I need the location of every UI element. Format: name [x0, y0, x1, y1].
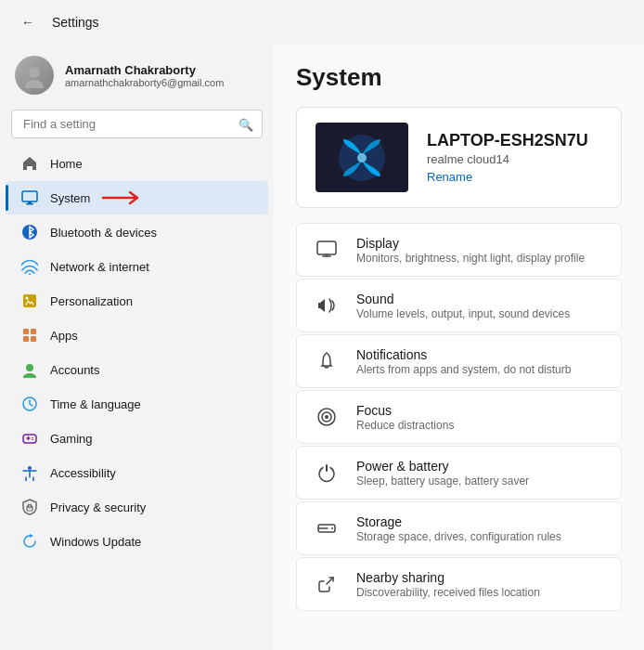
settings-title-focus: Focus [356, 403, 454, 418]
settings-item-display[interactable]: DisplayMonitors, brightness, night light… [296, 223, 622, 277]
sidebar-item-system[interactable]: System [6, 181, 268, 214]
settings-title-nearby: Nearby sharing [356, 570, 540, 585]
apps-icon [20, 326, 39, 344]
sidebar-item-label-personalization: Personalization [50, 294, 133, 308]
sidebar-item-label-privacy: Privacy & security [50, 500, 146, 514]
sidebar-item-apps[interactable]: Apps [6, 318, 268, 352]
svg-point-23 [357, 153, 367, 162]
nearby-settings-icon [312, 569, 341, 599]
display-settings-icon [312, 235, 341, 265]
settings-item-notifications[interactable]: NotificationsAlerts from apps and system… [296, 334, 622, 388]
svg-rect-10 [31, 329, 36, 334]
system-icon [20, 188, 39, 207]
sidebar-item-time[interactable]: Time & language [6, 387, 268, 421]
device-name: LAPTOP-ESH2SN7U [427, 131, 588, 150]
device-thumbnail [316, 123, 408, 192]
settings-desc-notifications: Alerts from apps and system, do not dist… [356, 363, 571, 376]
sidebar-item-personalization[interactable]: Personalization [6, 284, 268, 318]
search-box: 🔍 [11, 110, 263, 138]
sidebar-item-label-gaming: Gaming [50, 432, 93, 446]
sidebar-item-home[interactable]: Home [6, 147, 268, 180]
settings-item-focus[interactable]: FocusReduce distractions [296, 390, 622, 444]
gaming-icon [20, 429, 39, 448]
settings-text-nearby: Nearby sharingDiscoverability, received … [356, 570, 540, 599]
settings-desc-focus: Reduce distractions [356, 419, 454, 432]
settings-title-notifications: Notifications [356, 347, 571, 362]
settings-item-storage[interactable]: StorageStorage space, drives, configurat… [296, 501, 622, 555]
sidebar-item-label-time: Time & language [50, 397, 141, 411]
user-email: amarnathchakraborty6@gmail.com [65, 77, 224, 88]
sidebar-item-label-accessibility: Accessibility [50, 466, 116, 480]
sidebar-item-label-bluetooth: Bluetooth & devices [50, 226, 157, 240]
settings-item-power[interactable]: Power & batterySleep, battery usage, bat… [296, 446, 622, 500]
settings-item-sound[interactable]: SoundVolume levels, output, input, sound… [296, 279, 622, 332]
rename-link[interactable]: Rename [427, 170, 472, 184]
personalization-icon [20, 292, 39, 310]
sidebar-item-gaming[interactable]: Gaming [6, 422, 268, 455]
svg-point-27 [325, 415, 328, 419]
svg-point-19 [28, 466, 32, 470]
back-button[interactable]: ← [15, 9, 41, 35]
sidebar-item-bluetooth[interactable]: Bluetooth & devices [6, 215, 268, 249]
update-icon [20, 532, 39, 551]
network-icon [20, 257, 39, 276]
bluetooth-icon [20, 223, 39, 241]
sidebar-item-label-network: Network & internet [50, 260, 149, 274]
sidebar-item-label-accounts: Accounts [50, 363, 99, 377]
svg-point-6 [29, 273, 31, 275]
settings-text-focus: FocusReduce distractions [356, 403, 454, 432]
sidebar-item-label-home: Home [50, 157, 83, 171]
settings-text-sound: SoundVolume levels, output, input, sound… [356, 292, 570, 320]
settings-item-nearby[interactable]: Nearby sharingDiscoverability, received … [296, 557, 622, 611]
settings-list: DisplayMonitors, brightness, night light… [296, 223, 622, 611]
svg-rect-2 [22, 191, 37, 202]
svg-point-14 [23, 373, 36, 378]
avatar [15, 56, 54, 95]
red-arrow-annotation [98, 188, 149, 208]
sidebar-item-update[interactable]: Windows Update [6, 525, 268, 558]
svg-point-18 [32, 439, 33, 441]
svg-point-0 [29, 67, 40, 78]
svg-point-29 [331, 527, 333, 529]
storage-settings-icon [312, 514, 341, 543]
right-panel: System LAPTOP-ESH2SN7U rea [274, 45, 644, 650]
sidebar-item-label-apps: Apps [50, 329, 78, 343]
sidebar-item-label-update: Windows Update [50, 535, 141, 549]
settings-desc-nearby: Discoverability, received files location [356, 586, 540, 599]
sidebar-item-accessibility[interactable]: Accessibility [6, 456, 268, 489]
main-content: Amarnath Chakraborty amarnathchakraborty… [0, 45, 644, 650]
sidebar: Amarnath Chakraborty amarnathchakraborty… [0, 45, 274, 650]
sound-settings-icon [312, 291, 341, 320]
settings-desc-display: Monitors, brightness, night light, displ… [356, 252, 585, 265]
svg-point-1 [25, 80, 44, 88]
svg-rect-9 [23, 329, 29, 334]
home-icon [20, 154, 39, 173]
settings-text-power: Power & batterySleep, battery usage, bat… [356, 459, 529, 488]
search-icon: 🔍 [238, 117, 253, 131]
focus-settings-icon [312, 402, 341, 432]
power-settings-icon [312, 458, 341, 488]
svg-point-17 [32, 437, 33, 439]
notifications-settings-icon [312, 346, 341, 376]
user-profile[interactable]: Amarnath Chakraborty amarnathchakraborty… [0, 45, 274, 110]
sidebar-item-network[interactable]: Network & internet [6, 250, 268, 283]
svg-point-8 [26, 297, 29, 300]
privacy-icon [20, 498, 39, 516]
accounts-icon [20, 360, 39, 379]
sidebar-item-label-system: System [50, 191, 90, 205]
svg-rect-12 [31, 336, 36, 342]
sidebar-item-privacy[interactable]: Privacy & security [6, 490, 268, 524]
time-icon [20, 395, 39, 413]
settings-title-storage: Storage [356, 514, 561, 529]
user-name: Amarnath Chakraborty [65, 63, 224, 77]
settings-text-display: DisplayMonitors, brightness, night light… [356, 236, 585, 265]
nav-list: HomeSystemBluetooth & devicesNetwork & i… [0, 146, 274, 559]
search-input[interactable] [11, 110, 263, 138]
sidebar-item-accounts[interactable]: Accounts [6, 353, 268, 386]
settings-desc-sound: Volume levels, output, input, sound devi… [356, 307, 570, 320]
device-info: LAPTOP-ESH2SN7U realme cloud14 Rename [427, 131, 588, 185]
settings-text-notifications: NotificationsAlerts from apps and system… [356, 347, 571, 376]
device-card: LAPTOP-ESH2SN7U realme cloud14 Rename [296, 107, 622, 208]
svg-rect-11 [23, 336, 29, 342]
titlebar-title: Settings [52, 15, 99, 30]
